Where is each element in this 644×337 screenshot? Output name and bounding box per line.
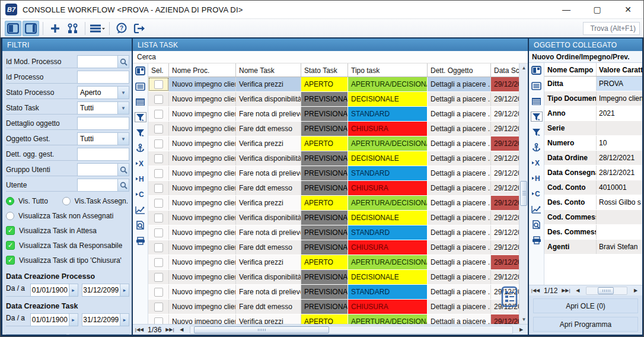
task-row[interactable]: Nuovo impegno clienteFare nota di prelie…: [148, 285, 519, 300]
filter-pinned-icon[interactable]: [531, 112, 543, 122]
checkbox-visualizza-task-da-responsabile[interactable]: ✓: [6, 241, 15, 250]
linked-field-row[interactable]: Tipo DocumentoImpegno cliente: [544, 91, 642, 106]
row-checkbox[interactable]: [154, 214, 163, 222]
layout-columns-icon[interactable]: [531, 65, 543, 75]
oggetto-gest--input[interactable]: Tutti: [77, 132, 118, 145]
radio-vis-task-assegn-[interactable]: [62, 197, 71, 205]
floating-list-icon[interactable]: [500, 286, 518, 309]
task-row[interactable]: Nuovo impegno clienteVerifica prezziAPER…: [148, 136, 519, 151]
cut-x-icon[interactable]: X: [531, 158, 543, 168]
row-checkbox[interactable]: [154, 184, 163, 193]
chart-icon[interactable]: [531, 204, 543, 214]
linked-field-row[interactable]: Cod. Commessa: [544, 210, 642, 225]
linked-field-row[interactable]: Cod. Conto4010001: [544, 180, 642, 195]
row-checkbox[interactable]: [154, 243, 163, 252]
anchor-icon[interactable]: [135, 143, 146, 153]
list-icon[interactable]: [531, 81, 543, 91]
calendar-next-icon[interactable]: ▸: [120, 313, 129, 326]
row-checkbox[interactable]: [154, 169, 163, 178]
search-button[interactable]: CERCA: [69, 334, 130, 335]
id-mod-processo-input[interactable]: [77, 55, 118, 68]
task-row[interactable]: Nuovo impegno clienteVerifica disponibil…: [148, 270, 519, 285]
horizontal-scrollbar[interactable]: [586, 287, 627, 295]
row-checkbox[interactable]: [154, 199, 163, 208]
preview-icon[interactable]: [135, 220, 146, 230]
row-checkbox[interactable]: [154, 228, 163, 237]
column-header-data-scadenza[interactable]: Data Scadenza: [491, 63, 519, 77]
print-icon[interactable]: [531, 235, 543, 245]
copy-c-icon[interactable]: C: [531, 189, 543, 199]
grid-rows-icon[interactable]: [531, 96, 543, 106]
task-row[interactable]: Nuovo impegno clienteVerifica disponibil…: [148, 151, 519, 166]
row-checkbox[interactable]: [154, 303, 163, 311]
column-header-sel-[interactable]: Sel.: [148, 63, 169, 77]
filter-icon[interactable]: [135, 128, 146, 138]
column-header-nome-task[interactable]: Nome Task: [236, 63, 301, 77]
task-row[interactable]: Nuovo impegno clienteFare nota di prelie…: [148, 225, 519, 240]
row-checkbox[interactable]: [154, 125, 163, 133]
task-row[interactable]: Nuovo impegno clienteFare ddt emessoPREV…: [148, 300, 519, 314]
checkbox-visualizza-task-in-attesa[interactable]: ✓: [6, 226, 15, 235]
dropdown-button[interactable]: ▼: [118, 101, 129, 115]
hold-h-icon[interactable]: H: [531, 173, 543, 183]
panel-left-button[interactable]: [5, 21, 21, 36]
print-icon[interactable]: [135, 236, 146, 246]
column-header-nome-campo[interactable]: Nome Campo: [544, 63, 597, 76]
first-page-icon[interactable]: |◀◀: [135, 327, 144, 332]
task-row[interactable]: Nuovo impegno clienteVerifica prezziAPER…: [148, 77, 519, 92]
scroll-right-icon[interactable]: ▶: [517, 327, 526, 332]
id-processo-input[interactable]: [77, 71, 129, 84]
radio-task-non-assegnati[interactable]: [6, 212, 14, 220]
row-checkbox[interactable]: [154, 258, 163, 267]
row-checkbox[interactable]: [154, 139, 163, 148]
layout-columns-icon[interactable]: [135, 66, 146, 76]
date-to-input[interactable]: 31/12/2099: [82, 313, 120, 326]
workflow-button[interactable]: [65, 21, 81, 36]
task-row[interactable]: Nuovo impegno clienteVerifica disponibil…: [148, 211, 519, 225]
minimize-button[interactable]: —: [551, 1, 582, 18]
copy-c-icon[interactable]: C: [135, 189, 146, 199]
exit-button[interactable]: [131, 21, 148, 36]
task-row[interactable]: Nuovo impegno clienteFare nota di prelie…: [148, 166, 519, 181]
hscroll-thumb[interactable]: [194, 326, 329, 333]
date-from-input[interactable]: 01/01/1900: [30, 313, 69, 326]
close-button[interactable]: ✕: [613, 1, 643, 18]
scroll-up-icon[interactable]: ▲: [519, 63, 528, 72]
task-row[interactable]: Nuovo impegno clienteVerifica prezziAPER…: [148, 255, 519, 270]
linked-field-row[interactable]: Serie: [544, 121, 642, 136]
column-header-stato-task[interactable]: Stato Task: [301, 63, 348, 77]
row-checkbox[interactable]: [154, 110, 163, 119]
linked-field-row[interactable]: DittaPROVA: [544, 77, 642, 91]
row-checkbox[interactable]: [154, 273, 163, 282]
row-checkbox[interactable]: [154, 95, 163, 104]
row-checkbox[interactable]: [154, 80, 163, 89]
apri-ole-0--button[interactable]: Apri OLE (0): [533, 298, 638, 313]
apri-programma-button[interactable]: Apri Programma: [533, 317, 638, 332]
menu-button[interactable]: [89, 21, 106, 36]
scrollbar-thumb[interactable]: [520, 181, 527, 206]
anchor-icon[interactable]: [531, 142, 543, 152]
gruppo-utenti-input[interactable]: [77, 163, 118, 176]
date-from-input[interactable]: 01/01/1900: [30, 284, 69, 297]
horizontal-scrollbar[interactable]: [190, 326, 513, 334]
column-header-nome-proc-[interactable]: Nome Proc.: [169, 63, 236, 77]
dettaglio-oggetto-input[interactable]: [77, 117, 129, 130]
checkbox-visualizza-task-di-tipo-chiusura-[interactable]: ✓: [6, 256, 15, 265]
dett-ogg-gest--input[interactable]: [77, 148, 129, 161]
first-page-icon[interactable]: |◀◀: [531, 288, 540, 293]
task-row[interactable]: Nuovo impegno clienteVerifica disponibil…: [148, 92, 519, 107]
linked-field-row[interactable]: Data Consegna28/12/2021: [544, 166, 642, 180]
filter-pinned-icon[interactable]: [135, 112, 146, 122]
dropdown-button[interactable]: ▼: [118, 132, 129, 145]
calendar-next-icon[interactable]: ▸: [69, 313, 78, 326]
linked-field-row[interactable]: Data Ordine28/12/2021: [544, 151, 642, 166]
task-row[interactable]: Nuovo impegno clienteFare ddt emessoPREV…: [148, 181, 519, 196]
lookup-button[interactable]: [118, 179, 129, 192]
dropdown-button[interactable]: ▼: [118, 86, 129, 99]
last-page-icon[interactable]: ▶▶|: [165, 327, 174, 332]
calendar-next-icon[interactable]: ▸: [69, 284, 78, 297]
preview-icon[interactable]: [531, 220, 543, 230]
linked-field-row[interactable]: Des. Commessa: [544, 225, 642, 240]
grid-rows-icon[interactable]: [135, 97, 146, 107]
find-input[interactable]: Trova (Alt+F1): [583, 22, 640, 35]
